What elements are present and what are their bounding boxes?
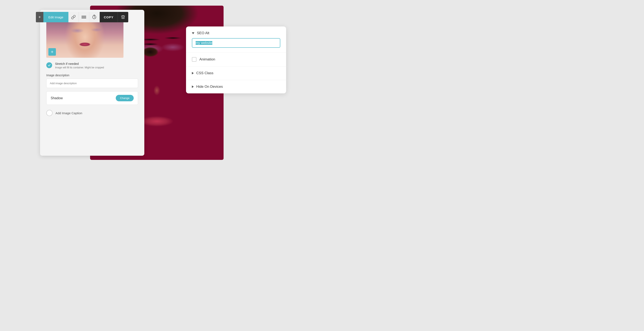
checkmark-icon [48,64,51,67]
edit-image-button[interactable]: Edit Image [44,12,68,22]
stretch-option: Stretch if needed Image will fill its co… [46,62,138,69]
image-description-input[interactable] [46,79,138,88]
delete-button[interactable] [118,12,128,22]
animation-label: Animation [199,57,215,61]
animation-row: Animation [192,57,280,62]
preview-overlay [46,16,124,58]
link-button[interactable] [68,12,79,22]
hide-devices-title: Hide On Devices [196,85,223,89]
seo-alt-title: SEO Alt [197,31,210,35]
change-shadow-button[interactable]: Change [116,95,134,101]
image-description-label: Image description [46,74,138,77]
image-preview: + [46,16,124,58]
copy-button[interactable]: COPY [100,12,118,22]
shadow-row: Shadow Change [46,91,138,105]
hide-devices-section: Hide On Devices [186,80,286,93]
right-settings-panel: SEO Alt Animation CSS Class Hide On Devi… [186,26,286,93]
trash-icon [121,15,125,19]
plus-icon: + [38,15,41,19]
plus-button[interactable]: + [36,12,44,22]
seo-alt-input[interactable] [192,38,280,48]
caption-label: Add Image Caption [56,111,82,115]
animation-section: Animation [186,52,286,66]
shadow-label: Shadow [51,96,63,100]
stretch-text-block: Stretch if needed Image will fill its co… [55,62,104,69]
caption-row: Add Image Caption [46,110,138,116]
menu-icon [82,15,86,19]
image-toolbar: + Edit Image COPY [36,12,128,22]
stretch-checkbox[interactable] [46,62,52,68]
animation-checkbox[interactable] [192,57,196,62]
menu-button[interactable] [79,12,89,22]
seo-alt-header[interactable]: SEO Alt [192,31,280,35]
css-class-title: CSS Class [196,71,213,75]
hide-devices-header[interactable]: Hide On Devices [192,85,280,89]
plus-icon: + [51,49,54,55]
stretch-subtitle: Image will fill its container. Might be … [55,66,104,69]
hide-devices-expand-icon [192,85,194,88]
stretch-title: Stretch if needed [55,62,104,65]
css-class-header[interactable]: CSS Class [192,71,280,75]
seo-alt-collapse-icon [192,32,194,34]
add-image-button[interactable]: + [48,48,56,56]
timer-icon [92,15,96,19]
css-class-section: CSS Class [186,66,286,80]
css-class-expand-icon [192,72,194,74]
timer-button[interactable] [89,12,100,22]
left-editor-panel: + Stretch if needed Image will fill its … [40,10,144,156]
link-icon [71,15,76,19]
seo-alt-section: SEO Alt [186,26,286,52]
caption-radio[interactable] [46,110,52,116]
